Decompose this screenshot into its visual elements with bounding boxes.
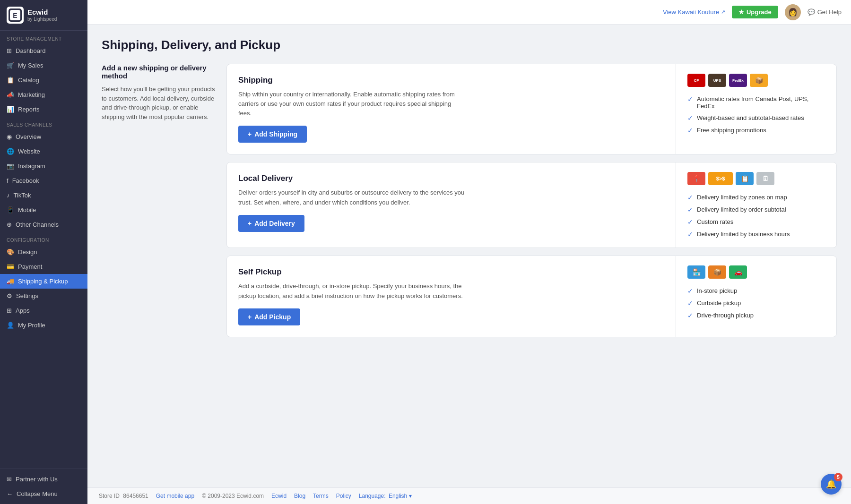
store-icon: 🏪 (687, 265, 705, 279)
delivery-icons: 📍 $>$ 📋 🗓 (687, 172, 825, 185)
self-pickup-card-right: 🏪 📦 🚗 ✓ In-store pickup ✓ Curbside picku… (676, 256, 836, 336)
logo-text: Ecwid by Lightspeed (27, 9, 57, 22)
local-delivery-card: Local Delivery Deliver orders yourself i… (226, 162, 837, 248)
check-icon: ✓ (687, 114, 693, 122)
notification-badge: 5 (834, 473, 842, 481)
check-icon: ✓ (687, 231, 693, 238)
local-delivery-card-left: Local Delivery Deliver orders yourself i… (227, 162, 676, 248)
sidebar-item-partner[interactable]: ✉ Partner with Us (0, 472, 87, 487)
subtotal-icon: $>$ (708, 172, 733, 185)
sidebar-item-my-sales[interactable]: 🛒 My Sales (0, 58, 87, 73)
self-pickup-card-desc: Add a curbside, drive-through, or in-sto… (238, 282, 465, 300)
sales-icon: 🛒 (7, 62, 14, 69)
shipping-icon: 🚚 (7, 278, 14, 285)
plus-icon: + (248, 220, 252, 227)
sidebar: E Ecwid by Lightspeed Store management ⊞… (0, 0, 87, 504)
star-icon: ★ (738, 9, 744, 16)
sidebar-item-instagram[interactable]: 📷 Instagram (0, 159, 87, 173)
sidebar-item-tiktok[interactable]: ♪ TikTok (0, 188, 87, 203)
check-icon: ✓ (687, 312, 693, 319)
sidebar-item-shipping-pickup[interactable]: 🚚 Shipping & Pickup (0, 274, 87, 289)
sidebar-item-overview[interactable]: ◉ Overview (0, 129, 87, 144)
sidebar-item-marketing[interactable]: 📣 Marketing (0, 87, 87, 102)
add-delivery-button[interactable]: + Add Delivery (238, 215, 304, 232)
store-id-label: Store ID 86456651 (99, 493, 148, 499)
feature-item: ✓ Automatic rates from Canada Post, UPS,… (687, 95, 825, 110)
sidebar-item-mobile[interactable]: 📱 Mobile (0, 203, 87, 217)
shipping-card-desc: Ship within your country or internationa… (238, 90, 465, 118)
sidebar-item-catalog[interactable]: 📋 Catalog (0, 73, 87, 87)
content-area: Shipping, Delivery, and Pickup Add a new… (87, 25, 851, 487)
add-shipping-button[interactable]: + Add Shipping (238, 126, 307, 143)
notification-button[interactable]: 🔔 5 (821, 474, 842, 495)
store-management-label: Store management (0, 31, 87, 43)
other-carrier-icon: 📦 (750, 74, 768, 87)
check-icon: ✓ (687, 127, 693, 134)
sidebar-item-other-channels[interactable]: ⊕ Other Channels (0, 217, 87, 232)
check-icon: ✓ (687, 194, 693, 201)
profile-icon: 👤 (7, 322, 14, 329)
sidebar-item-my-profile[interactable]: 👤 My Profile (0, 318, 87, 333)
sidebar-item-dashboard[interactable]: ⊞ Dashboard (0, 43, 87, 58)
brand-sub: by Lightspeed (27, 17, 57, 22)
get-mobile-app-link[interactable]: Get mobile app (156, 493, 194, 499)
content-layout: Add a new shipping or delivery method Se… (102, 64, 837, 337)
sidebar-item-apps[interactable]: ⊞ Apps (0, 303, 87, 318)
partner-icon: ✉ (7, 476, 12, 483)
check-icon: ✓ (687, 206, 693, 214)
shipping-card-left: Shipping Ship within your country or int… (227, 64, 676, 154)
tiktok-icon: ♪ (7, 192, 10, 199)
bell-icon: 🔔 (826, 479, 836, 489)
local-delivery-card-desc: Deliver orders yourself in city and subu… (238, 188, 465, 207)
left-heading: Add a new shipping or delivery method (102, 64, 215, 80)
sidebar-logo[interactable]: E Ecwid by Lightspeed (0, 0, 87, 31)
upgrade-button[interactable]: ★ Upgrade (732, 6, 778, 18)
shipping-card-title: Shipping (238, 76, 664, 85)
left-description: Select how you'll be getting your produc… (102, 85, 215, 121)
configuration-label: Configuration (0, 232, 87, 245)
add-pickup-button[interactable]: + Add Pickup (238, 308, 300, 325)
sidebar-item-collapse[interactable]: ← Collapse Menu (0, 487, 87, 501)
feature-item: ✓ Drive-through pickup (687, 312, 825, 319)
self-pickup-card-title: Self Pickup (238, 267, 664, 277)
package-icon: 📦 (708, 265, 726, 279)
chevron-down-icon: ▾ (409, 493, 412, 499)
feature-item: ✓ Free shipping promotions (687, 127, 825, 134)
shipping-icons: CP UPS FedEx 📦 (687, 74, 825, 87)
payment-icon: 💳 (7, 263, 14, 270)
sales-channels-label: Sales channels (0, 117, 87, 129)
car-icon: 🚗 (729, 265, 747, 279)
language-selector[interactable]: Language: English ▾ (359, 493, 412, 499)
copyright: © 2009-2023 Ecwid.com (202, 493, 264, 499)
avatar[interactable]: 👩 (785, 4, 801, 20)
sidebar-item-payment[interactable]: 💳 Payment (0, 259, 87, 274)
marketing-icon: 📣 (7, 91, 14, 98)
svg-text:E: E (13, 12, 17, 19)
view-store-link[interactable]: View Kawaii Kouture ↗ (663, 9, 725, 16)
website-icon: 🌐 (7, 148, 14, 155)
shipping-card: Shipping Ship within your country or int… (226, 64, 837, 154)
check-icon: ✓ (687, 218, 693, 226)
feature-item: ✓ Delivery limited by business hours (687, 231, 825, 238)
overview-icon: ◉ (7, 133, 12, 140)
chat-icon: 💬 (808, 9, 815, 16)
feature-item: ✓ Delivery limited by zones on map (687, 194, 825, 201)
self-pickup-card-left: Self Pickup Add a curbside, drive-throug… (227, 256, 676, 336)
sidebar-item-website[interactable]: 🌐 Website (0, 144, 87, 159)
sidebar-item-reports[interactable]: 📊 Reports (0, 102, 87, 117)
local-delivery-card-title: Local Delivery (238, 174, 664, 183)
map-icon: 📍 (687, 172, 705, 185)
help-button[interactable]: 💬 Get Help (808, 9, 842, 16)
ecwid-link[interactable]: Ecwid (271, 493, 287, 499)
footer: Store ID 86456651 Get mobile app © 2009-… (87, 487, 851, 504)
blog-link[interactable]: Blog (294, 493, 305, 499)
plus-icon: + (248, 313, 252, 321)
logo-icon: E (7, 7, 24, 24)
policy-link[interactable]: Policy (336, 493, 351, 499)
sidebar-item-settings[interactable]: ⚙ Settings (0, 289, 87, 303)
sidebar-item-design[interactable]: 🎨 Design (0, 245, 87, 259)
cards-area: Shipping Ship within your country or int… (226, 64, 837, 337)
terms-link[interactable]: Terms (313, 493, 329, 499)
sidebar-item-facebook[interactable]: f Facebook (0, 173, 87, 188)
collapse-icon: ← (7, 490, 13, 497)
